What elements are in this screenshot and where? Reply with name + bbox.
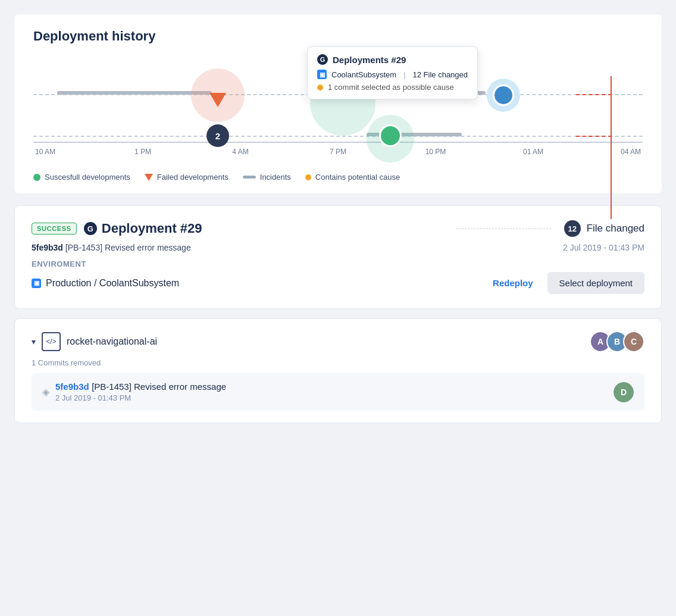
success-blue-circle [493,85,514,106]
env-actions: Redeploy Select deployment [486,272,644,294]
card-top-row: SUCCESS G Deployment #29 12 File changed [32,220,644,237]
file-changed-label: File changed [587,223,644,234]
env-name: ▣ Production / CoolantSubsystem [32,278,179,289]
card-left: SUCCESS G Deployment #29 [32,221,202,236]
dashed-separator [456,229,551,229]
code-icon: </> [42,332,61,351]
commit-card-msg: [PB-1453] Revised error message [92,382,226,392]
bitbucket-icon: ▣ [317,70,327,79]
timeline-tracks: ☞ 2 G Deployment [33,58,643,177]
page-title: Deployment history [33,29,643,44]
commit-message: [PB-1453] Revised error message [65,243,191,252]
timeline-wrapper: ☞ 2 G Deployment [33,58,643,156]
commit-avatar: D [614,382,634,402]
commit-hash: 5fe9b3d [32,243,63,252]
repo-header: ▾ </> rocket-navigational-ai A B C [32,331,644,352]
commit-avatar-face: D [614,382,634,402]
commit-card: ◈ 5fe9b3d [PB-1453] Revised error messag… [32,373,644,411]
deployment-g-icon: G [84,222,97,235]
file-count-badge: 12 [564,220,581,237]
page-container: Deployment history [14,14,662,423]
avatar-group: A B C [590,331,644,352]
deployment-date: 2 Jul 2019 - 01:43 PM [563,243,644,252]
repo-section: ▾ </> rocket-navigational-ai A B C 1 Com… [14,318,662,423]
commit-card-date: 2 Jul 2019 - 01:43 PM [55,393,226,402]
tooltip-commit-row: 1 commit selected as possible cause [317,83,468,92]
tooltip-commit-label: 1 commit selected as possible cause [328,83,454,92]
deployment-history-section: Deployment history [14,14,662,193]
success-badge: SUCCESS [32,223,77,234]
tooltip-title-text: Deployments #29 [333,55,406,65]
redeploy-button[interactable]: Redeploy [486,273,540,293]
commits-removed-label: 1 Commits removed [32,358,644,367]
bottom-track-line [33,136,643,137]
environment-row: ▣ Production / CoolantSubsystem Redeploy… [32,272,644,294]
tooltip-subsystem-row: ▣ CoolantSubsystem | 12 File changed [317,70,468,79]
red-dashed-bottom [576,136,612,137]
commit-card-title-row: 5fe9b3d [PB-1453] Revised error message [55,382,226,392]
deployment-tooltip: G Deployments #29 ▣ CoolantSubsystem | 1… [307,46,478,99]
commit-card-left: ◈ 5fe9b3d [PB-1453] Revised error messag… [42,382,226,402]
tooltip-orange-dot [317,85,323,90]
g-icon: G [317,54,328,65]
deployment-title-text: Deployment #29 [102,221,202,236]
number-badge: 2 [206,124,229,147]
deployment-title: G Deployment #29 [84,221,202,236]
commit-row: 5fe9b3d [PB-1453] Revised error message … [32,243,644,252]
vertical-red-line [611,76,612,219]
avatar-3: C [623,331,644,352]
card-right: 12 File changed [456,220,644,237]
tooltip-file-changed: 12 File changed [413,70,468,79]
env-name-text: Production / CoolantSubsystem [46,278,179,289]
chevron-icon[interactable]: ▾ [32,337,36,346]
commit-dot-icon: ◈ [42,386,49,398]
deployment-card: SUCCESS G Deployment #29 12 File changed… [14,205,662,309]
select-deployment-button[interactable]: Select deployment [547,272,644,294]
repo-name: rocket-navigational-ai [67,336,157,347]
failed-deployment-marker [209,93,226,107]
tooltip-title: G Deployments #29 [317,54,468,65]
environment-label: Enviroment [32,259,644,268]
red-dashed-top [576,94,612,95]
avatar-face-3: C [624,332,643,351]
success-green-circle [379,124,402,147]
commit-info: 5fe9b3d [PB-1453] Revised error message … [55,382,226,402]
tooltip-subsystem: CoolantSubsystem [331,70,396,79]
incident-bar-1 [57,91,212,95]
env-bitbucket-icon: ▣ [32,279,41,288]
repo-header-left: ▾ </> rocket-navigational-ai [32,332,157,351]
commit-card-hash[interactable]: 5fe9b3d [55,382,89,392]
